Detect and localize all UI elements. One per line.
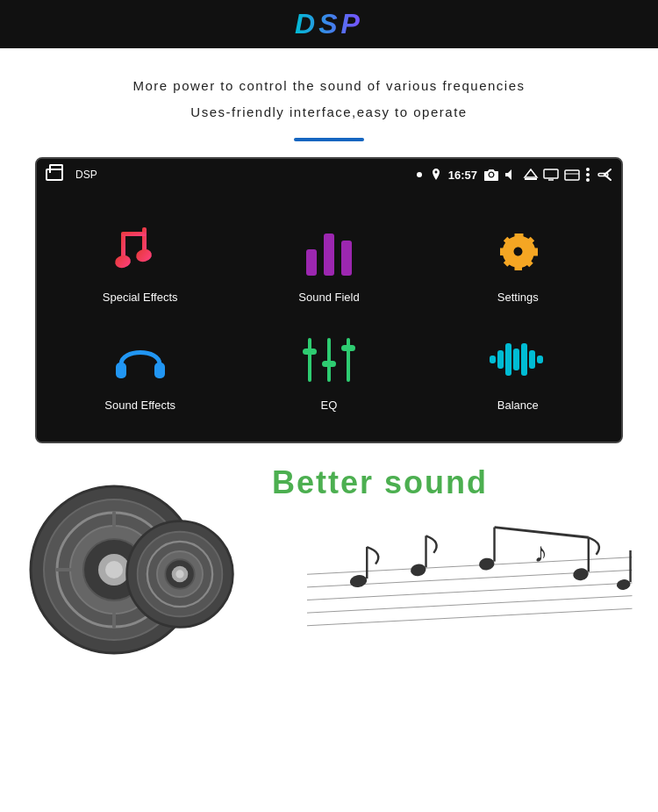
- eq-label: EQ: [321, 399, 338, 412]
- svg-point-5: [586, 173, 590, 176]
- back-icon[interactable]: [597, 169, 612, 181]
- volume-icon: [505, 169, 518, 180]
- better-sound-section: Better sound ♪: [0, 443, 658, 663]
- music-notes-decoration: ♪: [307, 499, 649, 663]
- app-item-settings[interactable]: Settings: [424, 208, 612, 316]
- svg-rect-29: [529, 350, 535, 369]
- better-sound-content: Better sound ♪: [272, 464, 632, 658]
- app-item-balance[interactable]: Balance: [424, 316, 612, 424]
- svg-rect-2: [544, 169, 558, 178]
- location-icon: [431, 169, 441, 181]
- description-line2: Uses-friendly interface,easy to operate: [35, 99, 623, 126]
- special-effects-label: Special Effects: [103, 291, 178, 304]
- status-bar: DSP 16:57: [37, 159, 621, 190]
- svg-line-52: [307, 596, 633, 614]
- svg-rect-18: [308, 338, 311, 382]
- svg-point-56: [410, 563, 427, 577]
- svg-rect-1: [525, 178, 537, 180]
- svg-rect-3: [565, 170, 579, 180]
- home-icon: [46, 169, 63, 181]
- svg-line-53: [307, 608, 633, 626]
- svg-rect-13: [306, 249, 317, 276]
- app-item-sound-effects[interactable]: Sound Effects: [46, 316, 234, 424]
- svg-point-4: [586, 168, 590, 171]
- camera-icon: [484, 169, 498, 181]
- app-grid: Special Effects Sound Field: [37, 190, 621, 442]
- svg-rect-14: [324, 234, 334, 276]
- svg-rect-30: [537, 356, 543, 363]
- svg-rect-27: [513, 349, 519, 370]
- svg-point-58: [478, 557, 496, 571]
- svg-rect-12: [121, 232, 147, 236]
- balance-label: Balance: [497, 399, 539, 412]
- status-icons: 16:57: [431, 168, 612, 182]
- header: DSP: [0, 0, 658, 48]
- svg-rect-24: [490, 356, 496, 363]
- svg-rect-22: [347, 338, 350, 382]
- display-icon: [544, 169, 558, 180]
- svg-rect-17: [154, 363, 165, 378]
- svg-rect-25: [497, 350, 504, 369]
- status-dot: [417, 172, 422, 177]
- svg-rect-28: [521, 343, 527, 376]
- svg-point-37: [105, 561, 123, 578]
- speakers-area: [26, 464, 272, 658]
- svg-point-54: [349, 574, 368, 589]
- svg-rect-16: [116, 363, 126, 378]
- svg-text:♪: ♪: [533, 537, 547, 568]
- eject-icon: [525, 169, 537, 180]
- page-title: DSP: [295, 8, 363, 40]
- svg-rect-20: [327, 338, 331, 382]
- svg-point-63: [616, 578, 631, 591]
- section-divider: [294, 138, 364, 141]
- settings-label: Settings: [497, 291, 539, 304]
- svg-point-6: [586, 178, 590, 182]
- app-name-label: DSP: [75, 169, 97, 181]
- screen-mockup: DSP 16:57: [35, 157, 623, 443]
- description-block: More power to control the sound of vario…: [0, 48, 658, 138]
- special-effects-icon: [110, 220, 171, 282]
- sound-field-icon: [298, 220, 360, 282]
- sound-effects-label: Sound Effects: [104, 399, 175, 412]
- svg-rect-26: [505, 343, 511, 376]
- better-sound-title: Better sound: [272, 464, 632, 501]
- sound-effects-icon: [110, 328, 171, 390]
- balance-icon: [487, 328, 548, 390]
- svg-rect-21: [322, 361, 336, 367]
- app-item-sound-field[interactable]: Sound Field: [234, 208, 423, 316]
- svg-point-61: [572, 567, 590, 581]
- description-line1: More power to control the sound of vario…: [35, 73, 623, 99]
- svg-rect-23: [341, 345, 355, 351]
- app-item-eq[interactable]: EQ: [234, 316, 423, 424]
- svg-point-48: [175, 570, 183, 578]
- app-item-special-effects[interactable]: Special Effects: [46, 208, 234, 316]
- svg-point-9: [113, 253, 132, 269]
- settings-icon: [487, 220, 548, 282]
- time-display: 16:57: [448, 169, 477, 182]
- svg-rect-15: [341, 241, 352, 276]
- svg-point-11: [134, 247, 153, 262]
- svg-rect-19: [303, 349, 317, 355]
- eq-icon: [298, 328, 360, 390]
- svg-point-0: [490, 172, 493, 176]
- sound-field-label: Sound Field: [298, 291, 359, 304]
- speaker-small-icon: [123, 517, 237, 631]
- svg-line-65: [495, 528, 589, 538]
- more-icon[interactable]: [586, 168, 590, 182]
- window-icon: [565, 170, 579, 180]
